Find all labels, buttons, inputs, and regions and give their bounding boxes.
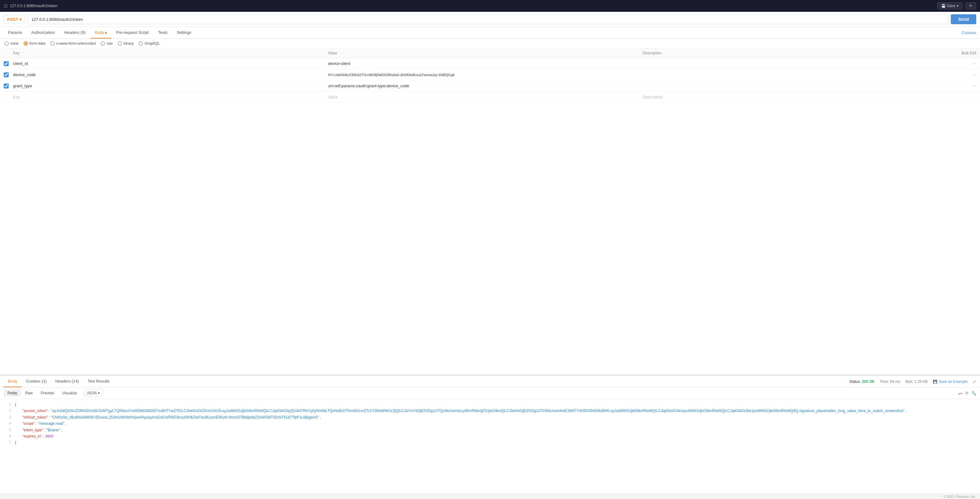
tab-pre-request[interactable]: Pre-request Script [112,27,153,38]
resp-tab-body[interactable]: Body [4,376,22,387]
tab-headers[interactable]: Headers (9) [60,27,90,38]
row2-more-icon[interactable]: ··· [972,72,976,78]
tab-tests[interactable]: Tests [154,27,172,38]
json-line-7: 7 } [5,439,975,446]
radio-binary[interactable]: binary [118,41,134,46]
save-icon: 💾 [941,4,946,8]
json-line-6: 6 "expires_in" : 3600 [5,433,975,439]
radio-form-data[interactable]: form-data [24,41,45,46]
body-type-row: none form-data x-www-form-urlencoded raw… [0,39,980,48]
save-example-icon: 💾 [933,380,937,384]
row1-value: device-client [328,61,643,66]
empty-description: Description [643,94,958,101]
table-row: grant_type urn:ietf:params:oauth:grant-t… [0,80,980,92]
row3-key: grant_type [13,82,328,89]
edit-icon: ✎ [969,4,972,8]
response-panel: Body Cookies (1) Headers (14) Test Resul… [0,376,980,494]
body-table: Key Value Description Bulk Edit client_i… [0,48,980,375]
format-selector[interactable]: JSON ▾ [84,389,102,397]
title-url-text: 127.0.0.1:8080/oauth2/token [10,4,57,8]
tab-body[interactable]: Body [91,27,111,38]
row3-checkbox[interactable] [4,84,9,89]
expand-icon[interactable]: ⤢ [972,379,976,384]
view-tabs: Pretty Raw Preview Visualize JSON ▾ ⇌ ⧉ … [0,388,980,399]
title-bar-url: ⬡ 127.0.0.1:8080/oauth2/token [4,3,57,8]
row3-actions: ··· [958,83,976,89]
search-icon[interactable]: 🔍 [971,391,976,396]
empty-row: Key Value Description [0,92,980,103]
radio-none-dot [4,41,9,46]
row2-actions: ··· [958,72,976,78]
method-label: POST [7,17,18,22]
radio-binary-label: binary [124,41,134,46]
radio-graphql-dot [138,41,143,46]
json-line-4: 4 "scope" : "message.read" , [5,420,975,427]
radio-raw-label: raw [107,41,113,46]
send-button[interactable]: Send [951,14,976,24]
request-tabs: Params Authorization Headers (9) Body Pr… [0,27,980,39]
row1-checkbox[interactable] [4,61,9,66]
table-header-row: Key Value Description Bulk Edit [0,48,980,58]
resp-tab-cookies[interactable]: Cookies (1) [22,376,51,387]
radio-graphql[interactable]: GraphQL [138,41,160,46]
bulk-edit-btn[interactable]: Bulk Edit [958,51,976,55]
save-dropdown-icon: ▾ [957,4,959,8]
edit-button[interactable]: ✎ [965,2,976,10]
view-tab-visualize[interactable]: Visualize [58,389,81,397]
window-icon: ⬡ [4,3,8,8]
row2-value: HY-LhbK6I4tyV35KA27I1m9iH9j0dtOGWhsbs6-d… [328,73,643,77]
row2-key: device_code [13,71,328,78]
radio-binary-dot [118,41,122,46]
radio-none-label: none [10,41,19,46]
header-value: Value [328,51,643,55]
header-key: Key [13,51,328,55]
cookies-link[interactable]: Cookies [962,30,976,35]
view-tab-raw[interactable]: Raw [21,389,37,397]
json-line-5: 5 "token_type" : "Bearer" , [5,427,975,433]
title-bar-actions: 💾 Save ▾ ✎ [937,2,976,10]
row3-value: urn:ietf:params:oauth:grant-type:device_… [328,84,643,88]
url-input[interactable] [27,14,948,24]
save-button[interactable]: 💾 Save ▾ [937,2,963,10]
radio-graphql-label: GraphQL [145,41,160,46]
tab-authorization[interactable]: Authorization [27,27,59,38]
radio-none[interactable]: none [4,41,19,46]
tab-params[interactable]: Params [4,27,26,38]
radio-form-data-label: form-data [30,41,45,46]
time-info: Time: 64 ms [880,380,900,384]
radio-urlencoded[interactable]: x-www-form-urlencoded [50,41,95,46]
wrap-icon[interactable]: ⇌ [958,390,962,396]
size-info: Size: 1.25 KB [905,380,928,384]
empty-key: Key [13,94,328,101]
radio-raw[interactable]: raw [101,41,113,46]
json-line-3: 3 "refresh_token" : "CNt0z0xi_06u8WuMW40… [5,414,975,420]
table-row: client_id device-client ··· [0,58,980,69]
empty-value: Value [328,94,643,101]
copy-icon[interactable]: ⧉ [966,391,968,396]
method-arrow: ▾ [19,17,21,22]
view-tab-pretty[interactable]: Pretty [4,389,21,397]
header-description: Description [643,51,958,55]
response-tabs: Body Cookies (1) Headers (14) Test Resul… [0,376,980,388]
row1-more-icon[interactable]: ··· [972,61,976,67]
row2-checkbox[interactable] [4,72,9,77]
status-area: Status: 200 OK Time: 64 ms Size: 1.25 KB… [849,379,976,384]
json-response-content: 1 { 2 "access_token" : "eyJraWQiOiIxZDRl… [0,399,980,494]
row1-key: client_id [13,60,328,67]
resp-tab-test-results[interactable]: Test Results [83,376,114,387]
resp-tab-headers[interactable]: Headers (14) [51,376,83,387]
save-example-btn[interactable]: 💾 Save as Example [933,380,967,384]
tab-settings[interactable]: Settings [172,27,196,38]
format-label: JSON [87,391,97,395]
row3-more-icon[interactable]: ··· [972,83,976,89]
status-label: Status: 200 OK [849,380,875,384]
table-row: device_code HY-LhbK6I4tyV35KA27I1m9iH9j0… [0,69,980,80]
row1-actions: ··· [958,61,976,67]
view-tab-preview[interactable]: Preview [37,389,58,397]
format-arrow: ▾ [98,391,100,395]
title-bar: ⬡ 127.0.0.1:8080/oauth2/token 💾 Save ▾ ✎ [0,0,980,12]
method-selector[interactable]: POST ▾ [4,15,25,24]
json-line-2: 2 "access_token" : "eyJraWQiOiIxZDRlODAz… [5,408,975,414]
json-line-1: 1 { [5,402,975,408]
radio-urlencoded-label: x-www-form-urlencoded [56,41,95,46]
